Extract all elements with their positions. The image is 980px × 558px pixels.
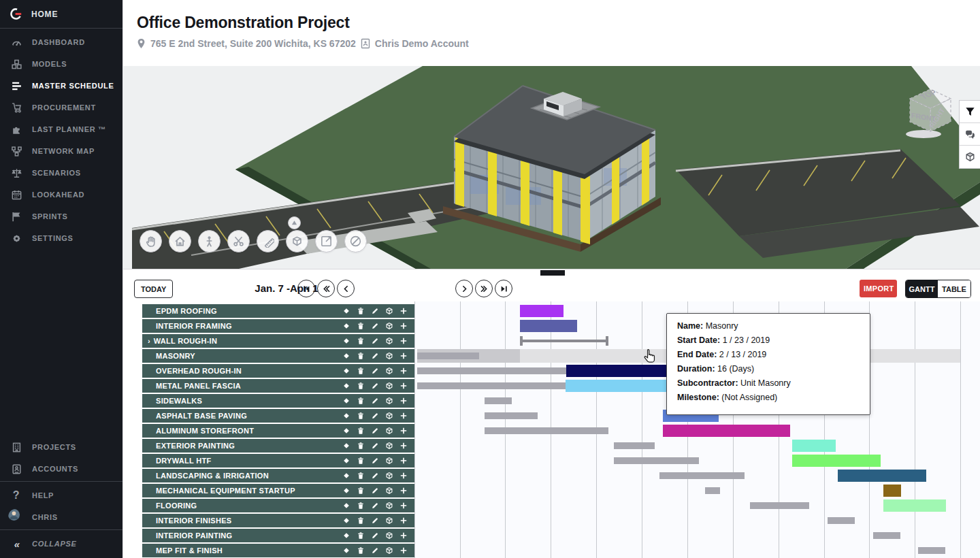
edit-task-button[interactable]	[371, 382, 379, 390]
sidebar-item-home[interactable]: HOME	[0, 0, 122, 27]
milestone-diamond-button[interactable]	[342, 546, 350, 555]
edit-task-button[interactable]	[371, 427, 379, 435]
sidebar-item-scenarios[interactable]: SCENARIOS	[0, 162, 122, 184]
task-row-aluminum-storefront[interactable]: ALUMINUM STOREFRONT	[142, 424, 414, 438]
explode-model-button[interactable]	[286, 230, 308, 252]
link-model-button[interactable]	[385, 322, 393, 330]
gantt-bar-landscaping-irrigation[interactable]	[838, 470, 926, 482]
delete-task-button[interactable]	[357, 307, 365, 315]
edit-task-button[interactable]	[371, 367, 379, 375]
edit-task-button[interactable]	[371, 516, 379, 525]
panel-resize-handle[interactable]	[540, 270, 565, 276]
edit-task-button[interactable]	[371, 322, 379, 330]
task-row-metal-panel-fascia[interactable]: METAL PANEL FASCIA	[142, 379, 414, 393]
delete-task-button[interactable]	[357, 457, 365, 465]
sidebar-item-procurement[interactable]: PROCUREMENT	[0, 97, 122, 118]
edit-task-button[interactable]	[371, 531, 379, 540]
add-task-button[interactable]	[399, 502, 408, 510]
link-model-button[interactable]	[385, 531, 393, 540]
add-task-button[interactable]	[399, 487, 408, 495]
link-model-button[interactable]	[385, 457, 393, 465]
delete-task-button[interactable]	[357, 516, 365, 525]
delete-task-button[interactable]	[357, 382, 365, 390]
add-task-button[interactable]	[399, 322, 408, 330]
home-view-button[interactable]	[169, 230, 191, 252]
sidebar-item-lookahead[interactable]: LOOKAHEAD	[0, 184, 122, 206]
edit-task-button[interactable]	[371, 487, 379, 495]
task-row-overhead-rough-in[interactable]: OVERHEAD ROUGH-IN	[142, 364, 414, 378]
link-model-button[interactable]	[385, 472, 393, 480]
milestone-diamond-button[interactable]	[342, 442, 350, 450]
add-task-button[interactable]	[399, 412, 408, 420]
add-task-button[interactable]	[399, 427, 408, 435]
model-tree-button[interactable]	[960, 146, 980, 168]
milestone-diamond-button[interactable]	[342, 457, 350, 465]
milestone-diamond-button[interactable]	[342, 427, 350, 435]
gantt-bar-drywall-htf[interactable]	[614, 457, 699, 464]
gantt-bar-sidewalks[interactable]	[485, 397, 512, 404]
link-model-button[interactable]	[385, 487, 393, 495]
delete-task-button[interactable]	[357, 427, 365, 435]
edit-task-button[interactable]	[371, 442, 379, 450]
edit-task-button[interactable]	[371, 352, 379, 360]
gantt-bar-wall-rough-in[interactable]	[520, 336, 608, 346]
hide-markup-button[interactable]	[344, 230, 367, 252]
gantt-bar-mechanical-equipment-startup[interactable]	[883, 485, 901, 497]
delete-task-button[interactable]	[357, 487, 365, 495]
task-row-interior-framing[interactable]: INTERIOR FRAMING	[142, 319, 414, 333]
task-row-exterior-painting[interactable]: EXTERIOR PAINTING	[142, 439, 414, 453]
add-task-button[interactable]	[399, 516, 408, 525]
sidebar-item-projects[interactable]: PROJECTS	[0, 436, 122, 458]
sidebar-item-settings[interactable]: SETTINGS	[0, 227, 122, 249]
gantt-bar-landscaping-irrigation[interactable]	[659, 472, 745, 479]
first-person-button[interactable]	[198, 230, 220, 252]
gantt-bar-masonry[interactable]	[417, 352, 479, 359]
milestone-diamond-button[interactable]	[342, 337, 350, 345]
edit-task-button[interactable]	[371, 472, 379, 480]
gantt-bar-mep-fit-finish[interactable]	[918, 547, 945, 554]
delete-task-button[interactable]	[357, 546, 365, 555]
link-model-button[interactable]	[385, 397, 393, 405]
sidebar-item-chris[interactable]: CHRIS	[0, 506, 122, 528]
gantt-bar-metal-panel-fascia[interactable]	[417, 382, 570, 389]
link-model-button[interactable]	[385, 307, 393, 315]
edit-task-button[interactable]	[371, 546, 379, 555]
task-row-flooring[interactable]: FLOORING	[142, 499, 414, 512]
link-model-button[interactable]	[385, 382, 393, 390]
delete-task-button[interactable]	[357, 352, 365, 360]
delete-task-button[interactable]	[357, 397, 365, 405]
gantt-bar-interior-painting[interactable]	[873, 532, 900, 539]
gantt-bar-drywall-htf[interactable]	[792, 455, 881, 467]
link-model-button[interactable]	[385, 442, 393, 450]
edit-task-button[interactable]	[371, 412, 379, 420]
link-model-button[interactable]	[385, 546, 393, 555]
link-model-button[interactable]	[385, 516, 393, 525]
add-task-button[interactable]	[399, 307, 408, 315]
edit-task-button[interactable]	[371, 397, 379, 405]
sidebar-item-help[interactable]: ?HELP	[0, 485, 122, 506]
task-row-interior-painting[interactable]: INTERIOR PAINTING	[142, 529, 414, 542]
gantt-bar-epdm-roofing[interactable]	[520, 305, 564, 317]
delete-task-button[interactable]	[357, 322, 365, 330]
add-task-button[interactable]	[399, 382, 408, 390]
task-row-epdm-roofing[interactable]: EPDM ROOFING	[142, 304, 414, 318]
add-task-button[interactable]	[399, 367, 408, 375]
link-model-button[interactable]	[385, 367, 393, 375]
task-row-sidewalks[interactable]: SIDEWALKS	[142, 394, 414, 408]
fast-forward-button[interactable]	[475, 280, 493, 297]
milestone-diamond-button[interactable]	[342, 352, 350, 360]
add-task-button[interactable]	[399, 457, 408, 465]
section-cut-button[interactable]	[227, 230, 250, 252]
add-task-button[interactable]	[399, 352, 408, 360]
edit-task-button[interactable]	[371, 502, 379, 510]
sidebar-item-master-schedule[interactable]: MASTER SCHEDULE	[0, 75, 122, 97]
milestone-diamond-button[interactable]	[342, 412, 350, 420]
task-row-mep-fit-finish[interactable]: MEP FIT & FINISH	[142, 544, 414, 557]
edit-task-button[interactable]	[371, 337, 379, 345]
delete-task-button[interactable]	[357, 502, 365, 510]
gantt-bar-flooring[interactable]	[883, 499, 946, 512]
task-row-mechanical-equipment-startup[interactable]: MECHANICAL EQUIPMENT STARTUP	[142, 484, 414, 497]
gantt-bar-interior-finishes[interactable]	[828, 517, 855, 524]
gantt-view-button[interactable]: GANTT	[906, 280, 938, 297]
add-task-button[interactable]	[399, 531, 408, 540]
